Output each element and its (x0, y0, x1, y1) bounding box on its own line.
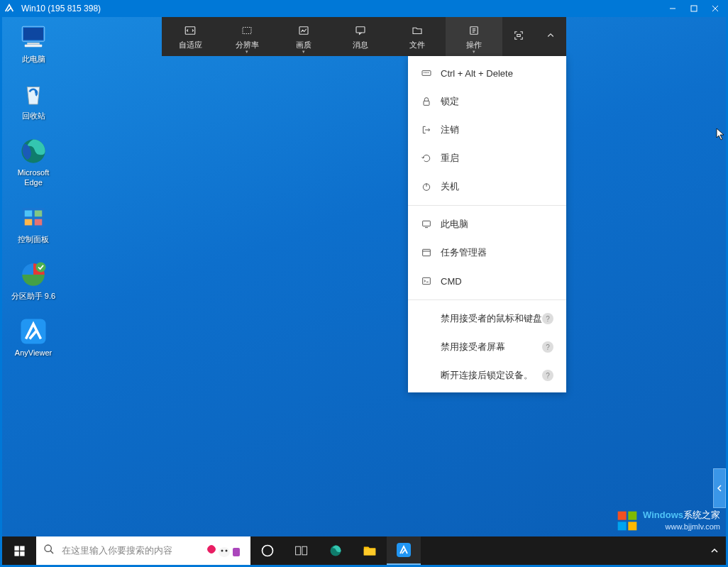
svg-point-36 (36, 262, 46, 272)
task-explorer[interactable] (353, 536, 387, 565)
chevron-down-icon: ▾ (473, 49, 475, 55)
desktop-icon-edge[interactable]: Microsoft Edge (8, 136, 59, 187)
message-icon (354, 23, 367, 38)
keyboard-icon (421, 67, 441, 79)
toolbar-file[interactable]: 文件 (389, 17, 446, 56)
toolbar-collapse[interactable] (534, 17, 566, 56)
watermark: Windows系统之家 www.bjjmlv.com (616, 510, 720, 532)
toolbar-quality[interactable]: 画质 ▾ (275, 17, 332, 56)
minimize-button[interactable] (663, 1, 683, 16)
action-icon (468, 23, 480, 38)
menu-shutdown[interactable]: 关机 (408, 172, 566, 201)
help-icon: ? (542, 341, 553, 353)
task-view[interactable] (285, 536, 319, 565)
pc-icon (421, 219, 441, 230)
svg-rect-1 (691, 6, 697, 11)
svg-point-16 (426, 72, 427, 73)
control-panel-icon (18, 203, 48, 233)
svg-rect-5 (243, 27, 251, 33)
close-button[interactable] (705, 1, 725, 16)
svg-point-52 (263, 546, 273, 556)
svg-rect-38 (618, 512, 627, 520)
svg-point-15 (425, 72, 426, 73)
menu-cmd[interactable]: CMD (408, 267, 566, 295)
separator (408, 205, 566, 206)
app-logo-icon (3, 2, 16, 15)
logout-icon (421, 124, 441, 136)
toolbar-action[interactable]: 操作 ▾ (446, 17, 502, 56)
toolbar-message[interactable]: 消息 (332, 17, 389, 56)
svg-rect-43 (20, 546, 24, 550)
quality-icon (297, 23, 310, 38)
pc-icon (18, 23, 48, 53)
chevron-down-icon: ▾ (246, 49, 248, 55)
svg-rect-32 (25, 210, 33, 216)
menu-restart[interactable]: 重启 (408, 144, 566, 172)
search-icon (43, 544, 55, 558)
recycle-icon (18, 79, 48, 109)
power-icon (421, 181, 441, 192)
task-cortana[interactable] (250, 536, 285, 565)
desktop-icon-control-panel[interactable]: 控制面板 (8, 203, 59, 244)
file-icon (411, 23, 424, 38)
svg-rect-34 (25, 219, 33, 226)
desktop-icon-this-pc[interactable]: 此电脑 (8, 23, 59, 64)
window-title: Win10 (195 815 398) (21, 4, 663, 13)
toolbar-resolution[interactable]: 分辨率 ▾ (219, 17, 275, 56)
menu-lock[interactable]: 锁定 (408, 87, 566, 116)
task-anyviewer[interactable] (387, 536, 421, 565)
taskmgr-icon (421, 247, 441, 258)
search-decoration-icon (204, 541, 243, 561)
titlebar: Win10 (195 815 398) (0, 0, 728, 17)
resolution-icon (241, 23, 253, 38)
task-edge[interactable] (319, 536, 353, 565)
svg-rect-13 (422, 71, 431, 76)
svg-rect-29 (25, 45, 43, 48)
svg-rect-7 (356, 26, 365, 32)
svg-rect-40 (618, 522, 627, 530)
desktop-icon-partition[interactable]: 分区助手 9.6 (8, 260, 59, 301)
svg-rect-33 (35, 210, 43, 216)
remote-desktop[interactable]: 自适应 分辨率 ▾ 画质 ▾ 消息 文件 操作 ▾ (2, 17, 726, 565)
svg-rect-18 (424, 101, 429, 105)
svg-point-14 (424, 72, 424, 73)
side-tab[interactable] (713, 468, 726, 508)
separator (408, 299, 566, 300)
restart-icon (421, 153, 441, 164)
menu-disable-input[interactable]: 禁用接受者的鼠标和键盘 ? (408, 304, 566, 333)
partition-icon (18, 260, 48, 290)
svg-rect-28 (27, 43, 40, 45)
start-button[interactable] (2, 536, 36, 565)
tray-overflow[interactable] (706, 536, 723, 565)
chevron-down-icon: ▾ (302, 49, 305, 55)
toolbar-fullscreen[interactable] (502, 17, 534, 56)
svg-point-17 (428, 72, 429, 73)
svg-point-50 (226, 550, 228, 552)
svg-rect-53 (296, 546, 301, 555)
chevron-up-icon (544, 28, 557, 43)
menu-disable-screen[interactable]: 禁用接受者屏幕 ? (408, 333, 566, 361)
svg-rect-25 (423, 277, 431, 284)
system-tray (706, 536, 726, 565)
taskbar: 在这里输入你要搜索的内容 (2, 536, 726, 565)
svg-rect-44 (14, 551, 18, 556)
desktop-icon-recycle-bin[interactable]: 回收站 (8, 79, 59, 121)
windows-logo-icon (616, 510, 639, 532)
menu-lock-on-disconnect[interactable]: 断开连接后锁定设备。 ? (408, 361, 566, 390)
desktop-icon-anyviewer[interactable]: AnyViewer (8, 316, 59, 358)
svg-rect-39 (628, 512, 636, 520)
svg-rect-42 (14, 546, 18, 550)
help-icon: ? (542, 370, 553, 381)
svg-point-48 (219, 547, 230, 557)
menu-logout[interactable]: 注销 (408, 116, 566, 144)
fullscreen-icon (512, 28, 525, 43)
maximize-button[interactable] (684, 1, 704, 16)
menu-task-manager[interactable]: 任务管理器 (408, 238, 566, 267)
search-box[interactable]: 在这里输入你要搜索的内容 (36, 536, 250, 565)
menu-ctrl-alt-del[interactable]: Ctrl + Alt + Delete (408, 59, 566, 87)
toolbar-fit[interactable]: 自适应 (162, 17, 219, 56)
anyviewer-icon (18, 316, 48, 346)
menu-this-pc[interactable]: 此电脑 (408, 210, 566, 238)
svg-rect-54 (302, 546, 307, 555)
svg-rect-35 (35, 219, 43, 226)
